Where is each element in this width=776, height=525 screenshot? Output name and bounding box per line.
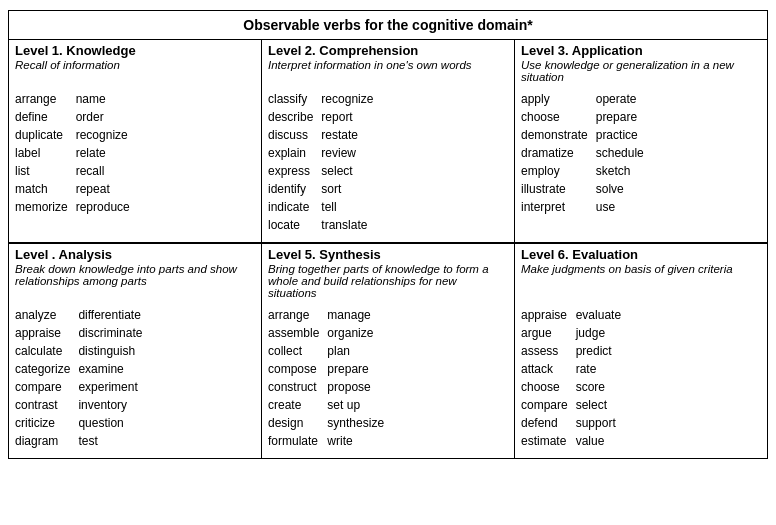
word-item: compose [268,360,319,378]
word-item: examine [78,360,142,378]
word-item: analyze [15,306,70,324]
word-item: judge [576,324,621,342]
word-item: reproduce [76,198,130,216]
page-title: Observable verbs for the cognitive domai… [243,17,532,33]
word-item: rate [576,360,621,378]
word-item: calculate [15,342,70,360]
word-item: solve [596,180,644,198]
word-item: compare [521,396,568,414]
level4-header: Level . Analysis [9,244,262,262]
word-item: argue [521,324,568,342]
level5-header: Level 5. Synthesis [262,244,515,262]
word-item: manage [327,306,384,324]
level4-word-columns: analyzeappraisecalculatecategorizecompar… [15,306,257,450]
word-item: dramatize [521,144,588,162]
level6-header: Level 6. Evaluation [515,244,768,262]
word-item: estimate [521,432,568,450]
word-item: experiment [78,378,142,396]
word-item: review [321,144,373,162]
word-item: order [76,108,130,126]
word-item: describe [268,108,313,126]
level3-words: applychoosedemonstratedramatizeemployill… [515,87,768,243]
word-item: discuss [268,126,313,144]
word-item: classify [268,90,313,108]
word-item: illustrate [521,180,588,198]
level5-word-columns: arrangeassemblecollectcomposeconstructcr… [268,306,510,450]
word-item: memorize [15,198,68,216]
level5-desc: Bring together parts of knowledge to for… [262,262,515,303]
word-item: select [576,396,621,414]
word-item: restate [321,126,373,144]
level5-col2: manageorganizeplanprepareproposeset upsy… [327,306,384,450]
word-item: tell [321,198,373,216]
level6-words: appraiseargueassessattackchoosecomparede… [515,303,768,459]
level3-word-columns: applychoosedemonstratedramatizeemployill… [521,90,763,216]
level4-desc: Break down knowledge into parts and show… [9,262,262,303]
word-item: predict [576,342,621,360]
word-item: indicate [268,198,313,216]
word-item: organize [327,324,384,342]
word-item: support [576,414,621,432]
word-item: attack [521,360,568,378]
word-item: criticize [15,414,70,432]
word-item: select [321,162,373,180]
word-item: interpret [521,198,588,216]
word-item: demonstrate [521,126,588,144]
word-item: assess [521,342,568,360]
word-item: list [15,162,68,180]
word-item: arrange [15,90,68,108]
level4-col1: analyzeappraisecalculatecategorizecompar… [15,306,70,450]
word-item: write [327,432,384,450]
word-item: assemble [268,324,319,342]
word-item: inventory [78,396,142,414]
word-item: explain [268,144,313,162]
level1-desc: Recall of information [9,58,262,87]
word-item: prepare [327,360,384,378]
level2-col2: recognizereportrestatereviewselectsortte… [321,90,373,234]
level6-desc: Make judgments on basis of given criteri… [515,262,768,303]
level2-col1: classifydescribediscussexplainexpresside… [268,90,313,234]
word-item: choose [521,378,568,396]
word-item: relate [76,144,130,162]
level1-header: Level 1. Knowledge [9,40,262,59]
word-item: prepare [596,108,644,126]
word-item: employ [521,162,588,180]
word-item: contrast [15,396,70,414]
level6-word-columns: appraiseargueassessattackchoosecomparede… [521,306,763,450]
level6-col2: evaluatejudgepredictratescoreselectsuppo… [576,306,621,450]
level3-col2: operatepreparepracticeschedulesketchsolv… [596,90,644,216]
level2-word-columns: classifydescribediscussexplainexpresside… [268,90,510,234]
word-item: plan [327,342,384,360]
word-item: translate [321,216,373,234]
word-item: construct [268,378,319,396]
word-item: test [78,432,142,450]
level1-words: arrangedefineduplicatelabellistmatchmemo… [9,87,262,243]
word-item: sort [321,180,373,198]
word-item: propose [327,378,384,396]
level2-header: Level 2. Comprehension [262,40,515,59]
word-item: repeat [76,180,130,198]
word-item: appraise [15,324,70,342]
word-item: apply [521,90,588,108]
word-item: defend [521,414,568,432]
level1-word-columns: arrangedefineduplicatelabellistmatchmemo… [15,90,257,216]
word-item: report [321,108,373,126]
word-item: sketch [596,162,644,180]
level2-words: classifydescribediscussexplainexpresside… [262,87,515,243]
word-item: differentiate [78,306,142,324]
word-item: name [76,90,130,108]
word-item: question [78,414,142,432]
level2-desc: Interpret information in one's own words [262,58,515,87]
word-item: recall [76,162,130,180]
word-item: define [15,108,68,126]
word-item: locate [268,216,313,234]
level5-words: arrangeassemblecollectcomposeconstructcr… [262,303,515,459]
word-item: collect [268,342,319,360]
word-item: express [268,162,313,180]
word-item: schedule [596,144,644,162]
word-item: compare [15,378,70,396]
word-item: distinguish [78,342,142,360]
word-item: set up [327,396,384,414]
level4-col2: differentiatediscriminatedistinguishexam… [78,306,142,450]
level6-col1: appraiseargueassessattackchoosecomparede… [521,306,568,450]
